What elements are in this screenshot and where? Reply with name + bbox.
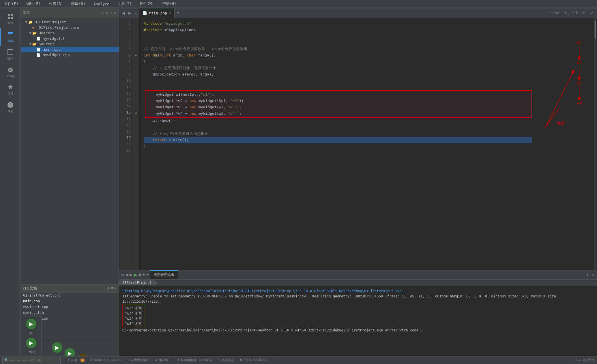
nav-forward-button[interactable]: ▶: [127, 10, 133, 16]
scrollbar-right-marker: [596, 18, 597, 269]
output-panel-title: 应用程序输出: [150, 270, 178, 279]
menu-edit[interactable]: 编辑(E): [25, 1, 42, 7]
output-line-w2: "w2" 析构: [125, 311, 142, 316]
output-content: 01FirstProject ✕ Starting D:\MyProgram\p…: [119, 280, 597, 356]
code-line-12: myWidget w1(nullptr,"w1");: [145, 91, 531, 98]
output-close-icon[interactable]: ✕: [591, 271, 595, 278]
run-label: 构: [30, 331, 33, 335]
code-box-container: myWidget w1(nullptr,"w1"); myWidget *w2 …: [145, 90, 532, 118]
status-tab-2[interactable]: 2 Search Results: [88, 357, 123, 363]
open-docs-layout-icon[interactable]: ⊞: [111, 286, 113, 290]
sidebar-item-edit[interactable]: 编辑: [0, 28, 20, 46]
panel-filter-icon[interactable]: ⚗: [106, 11, 108, 15]
tree-item-headers[interactable]: ▼ 📂 Headers: [21, 30, 119, 36]
sidebar-item-debug[interactable]: Debug: [0, 64, 20, 81]
run-button[interactable]: ▶: [52, 342, 62, 353]
output-maximize-icon[interactable]: ⬆: [586, 271, 590, 278]
code-line-19: return a.exec();: [144, 137, 532, 143]
tree-item-sources[interactable]: ▼ 📂 Sources: [21, 41, 119, 47]
tree-item-mywidget-h[interactable]: 📄 mywidget.h: [21, 36, 119, 41]
open-docs-sort-icon[interactable]: ⇅: [108, 286, 110, 290]
ln-13: 13: [119, 97, 131, 103]
sidebar-item-welcome[interactable]: 欢迎: [0, 10, 20, 28]
ln-10: 10: [119, 78, 131, 84]
output-next-button[interactable]: ▶: [130, 272, 133, 277]
tree-label-pro: 01FirstProject.pro: [39, 25, 79, 30]
status-tab-8[interactable]: 8 Test Results: [238, 357, 269, 363]
ln-21: 21: [119, 147, 131, 154]
svg-text:w3: w3: [577, 81, 582, 85]
tree-label-project: 01FirstProject: [35, 20, 66, 24]
sidebar-run-button[interactable]: ▶: [26, 319, 36, 329]
status-right-info: CSDN @杆元信: [574, 358, 595, 362]
tree-toggle-project[interactable]: ▼: [24, 20, 28, 24]
code-editor[interactable]: #include "mywidget.h" #include <QApplica…: [139, 18, 536, 269]
output-destructor-box: "w1" 析构 "w2" 析构 "w3" 析构 "w4" 析构: [122, 305, 145, 327]
status-tab-4[interactable]: 4 编译输出: [153, 357, 174, 363]
panel-header-icons: ⇄ ⚗ ⊞ ✕: [101, 11, 116, 15]
tree-toggle-headers[interactable]: ▼: [28, 31, 32, 35]
sidebar-item-project[interactable]: 项目: [0, 81, 20, 99]
menu-build[interactable]: 构建(B): [47, 1, 65, 7]
tab-expand[interactable]: ⤢: [588, 11, 596, 15]
status-tab-5[interactable]: 5 Debugger Console: [175, 357, 214, 363]
ln-2: 2: [119, 27, 131, 33]
sidebar-project-label: 项目: [8, 92, 13, 96]
doc-item-1[interactable]: main.cpp: [21, 298, 119, 304]
output-tab-project[interactable]: 01FirstProject: [119, 280, 155, 285]
code-line-21: [144, 150, 532, 156]
sidebar-design-label: 设计: [8, 57, 13, 61]
ln-1: 1: [119, 20, 131, 27]
output-run-button[interactable]: ▶: [134, 272, 137, 278]
status-tab-6[interactable]: 6 概要信息: [216, 357, 237, 363]
editor-scrollbar[interactable]: [594, 18, 597, 269]
code-line-1: #include "mywidget.h": [144, 20, 532, 27]
doc-item-2[interactable]: mywidget.cpp: [21, 304, 119, 310]
svg-rect-0: [8, 14, 10, 16]
sidebar-debug-run-button[interactable]: ▶: [26, 338, 36, 348]
output-prev-button[interactable]: ◀: [125, 272, 128, 277]
panel-sync-icon[interactable]: ⇄: [101, 11, 104, 15]
output-tab-close[interactable]: ✕: [155, 281, 157, 285]
tree-item-mywidget-cpp[interactable]: 📄 mywidget.cpp: [21, 52, 119, 58]
tree-item-pro[interactable]: ⚙ 01FirstProject.pro: [21, 25, 119, 30]
status-tab-1[interactable]: 1 问题 2: [65, 357, 87, 363]
code-line-5: // 程序入口 argc命令行变量数量 argc命令行变量数组: [144, 46, 532, 52]
code-line-15: myWidget *w4 = new myWidget(w3, "w4");: [145, 110, 531, 117]
panel-layout-icon[interactable]: ⊞: [110, 11, 112, 15]
search-input[interactable]: [10, 359, 59, 362]
output-line-exit: D:\MyProgram\practice_Qt\codes\bulidingT…: [122, 328, 594, 333]
output-line-geometry: setGeometry: Unable to set geometry 100x…: [122, 294, 594, 304]
menu-tools[interactable]: 工具(I): [116, 1, 133, 7]
doc-item-0[interactable]: 01FirstProject.pro: [21, 293, 119, 298]
output-remove-button[interactable]: −: [146, 272, 149, 277]
output-stop-button[interactable]: ■: [139, 272, 141, 277]
run-section: ▶ 构 ▶ Debug: [21, 316, 42, 356]
sidebar-item-design[interactable]: 设计: [0, 46, 20, 64]
tree-toggle-sources[interactable]: ▼: [28, 42, 32, 46]
status-tab-3[interactable]: 3 应用程序输出: [124, 357, 152, 363]
output-controls-settings[interactable]: ⚙: [121, 272, 124, 278]
tab-icon: 📄: [143, 11, 147, 15]
panel-close-icon[interactable]: ✕: [114, 11, 116, 15]
menu-file[interactable]: 文件(F): [2, 1, 20, 7]
open-docs-close-icon[interactable]: ✕: [114, 286, 116, 290]
tree-item-project[interactable]: ▼ 📁 01FirstProject: [21, 19, 119, 25]
menu-help[interactable]: 帮助(H): [160, 1, 178, 7]
menu-analyze[interactable]: Analyze: [92, 1, 111, 7]
tab-close-btn[interactable]: ×: [169, 11, 171, 15]
tree-item-main-cpp[interactable]: 📄 main.cpp: [21, 47, 119, 52]
nav-back-button[interactable]: ◀: [120, 10, 127, 16]
doc-item-3[interactable]: mywidget.h: [21, 310, 119, 316]
editor-tab-main[interactable]: 📄 main.cpp ×: [139, 8, 175, 18]
code-line-16: w1.show();: [144, 118, 532, 124]
output-add-button[interactable]: +: [142, 272, 145, 277]
nav-home-button[interactable]: ⌂: [133, 10, 139, 16]
ln-11: 11: [119, 84, 131, 90]
code-line-20: }: [144, 143, 532, 150]
sidebar-item-help[interactable]: ? 帮助: [0, 99, 20, 116]
output-tab-label-bar: 01FirstProject ✕: [119, 280, 597, 286]
menu-controls[interactable]: 控件(W): [138, 1, 156, 7]
menu-debug[interactable]: 调试(D): [69, 1, 87, 7]
status-tab-expand[interactable]: ⌃: [270, 357, 277, 363]
